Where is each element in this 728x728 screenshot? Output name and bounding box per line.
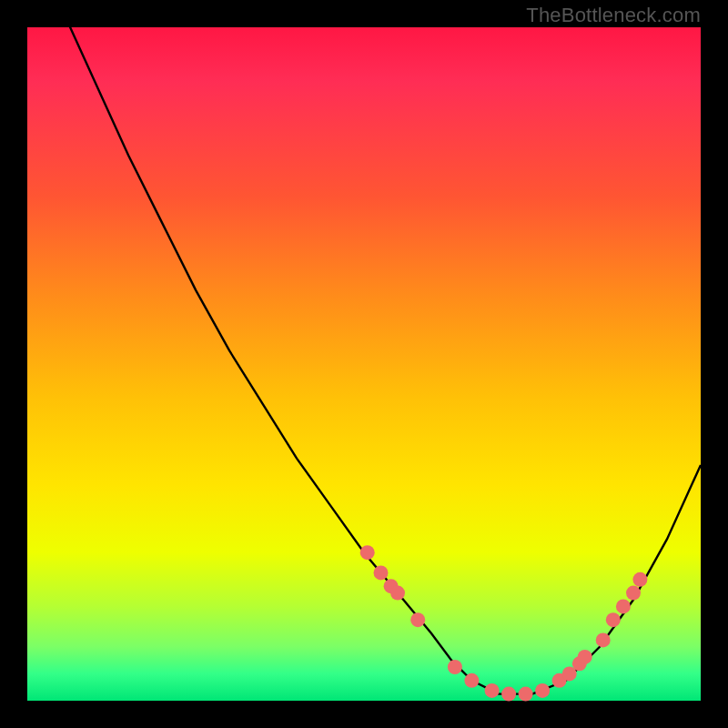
data-marker	[606, 612, 621, 627]
data-marker	[535, 683, 550, 698]
data-marker	[616, 599, 631, 613]
data-marker	[626, 586, 641, 601]
data-marker	[501, 687, 516, 702]
chart-frame: TheBottleneck.com	[0, 0, 728, 728]
data-marker	[632, 572, 647, 587]
data-marker	[578, 650, 592, 664]
marker-group	[360, 545, 648, 701]
data-marker	[519, 687, 533, 702]
bottleneck-curve	[61, 7, 701, 694]
data-marker	[464, 673, 479, 688]
data-marker	[390, 586, 405, 601]
data-marker	[485, 683, 500, 698]
data-marker	[448, 660, 462, 674]
data-marker	[596, 632, 611, 647]
chart-svg	[27, 27, 701, 701]
plot-area	[27, 27, 701, 701]
data-marker	[410, 612, 425, 627]
data-marker	[360, 545, 375, 560]
data-marker	[374, 565, 389, 580]
watermark-text: TheBottleneck.com	[526, 4, 701, 27]
